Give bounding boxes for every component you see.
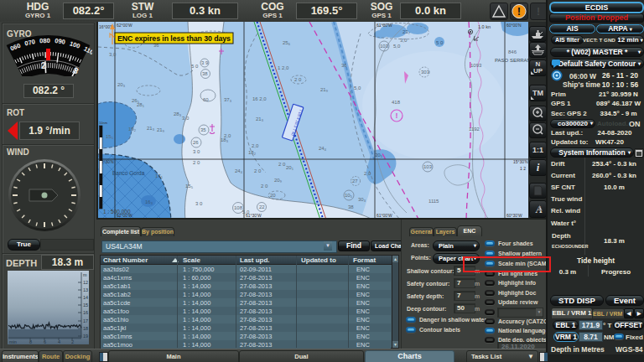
- svg-text:Banco Gorda: Banco Gorda: [112, 170, 145, 176]
- svg-text:60°00'N: 60°00'N: [506, 23, 522, 28]
- svg-text:256: 256: [283, 40, 291, 46]
- svg-text:2: 2: [71, 339, 74, 344]
- svg-text:20: 20: [270, 193, 276, 198]
- svg-text:!: !: [396, 111, 398, 120]
- svg-text:103: 103: [380, 44, 389, 49]
- svg-text:090: 090: [55, 37, 66, 46]
- svg-text:1.0 kn: 1.0 kn: [478, 24, 491, 29]
- svg-text:3,0: 3,0: [109, 52, 117, 57]
- svg-text:182: 182: [248, 150, 257, 156]
- svg-text:080: 080: [39, 37, 50, 44]
- svg-text:4: 4: [58, 339, 60, 344]
- svg-text:17: 17: [83, 318, 88, 323]
- svg-text:155: 155: [185, 184, 194, 189]
- svg-text:35: 35: [200, 127, 206, 132]
- svg-text:5 0: 5 0: [436, 40, 444, 45]
- svg-text:2,0: 2,0: [252, 143, 259, 148]
- svg-text:103: 103: [423, 164, 433, 169]
- svg-text:ENC expires in less than 30 da: ENC expires in less than 30 days: [117, 34, 231, 43]
- svg-text:303: 303: [358, 197, 366, 203]
- svg-text:26: 26: [193, 140, 199, 145]
- svg-text:2 0: 2 0: [193, 160, 200, 165]
- svg-text:12: 12: [83, 280, 88, 285]
- svg-text:1 2: 1 2: [520, 166, 526, 171]
- svg-text:1093: 1093: [470, 63, 482, 68]
- svg-text:13: 13: [83, 287, 88, 292]
- svg-text:283: 283: [174, 111, 182, 117]
- svg-text:15°30'N: 15°30'N: [513, 159, 528, 164]
- svg-text:5,0: 5,0: [242, 209, 250, 215]
- svg-text:1 : 500,000: 1 : 500,000: [103, 209, 131, 215]
- svg-text:209: 209: [274, 178, 283, 184]
- svg-text:1115: 1115: [428, 199, 439, 204]
- svg-text:213: 213: [147, 126, 155, 132]
- svg-text:18: 18: [83, 326, 88, 331]
- svg-text:2,0: 2,0: [364, 171, 371, 176]
- svg-text:5 0: 5 0: [191, 64, 199, 69]
- svg-text:219: 219: [157, 127, 165, 133]
- svg-text:244: 244: [235, 168, 243, 174]
- svg-text:62°00'W: 62°00'W: [117, 23, 132, 28]
- svg-text:163: 163: [145, 199, 153, 205]
- svg-text:16 2,0: 16 2,0: [252, 96, 267, 101]
- svg-text:27: 27: [352, 178, 358, 184]
- svg-text:192: 192: [128, 127, 137, 132]
- svg-text:2 0: 2 0: [278, 162, 286, 167]
- svg-text:213: 213: [256, 116, 264, 122]
- svg-text:203: 203: [117, 82, 126, 88]
- svg-text:PASO SERRAN: PASO SERRAN: [495, 58, 528, 63]
- svg-text:2 0: 2 0: [261, 184, 268, 189]
- svg-text:3,0: 3,0: [400, 38, 408, 43]
- svg-text:3 9: 3 9: [201, 60, 209, 65]
- svg-text:min: min: [9, 339, 17, 344]
- svg-text:8: 8: [29, 339, 32, 344]
- svg-text:171: 171: [155, 173, 164, 179]
- svg-text:219: 219: [320, 87, 329, 93]
- svg-text:6: 6: [44, 339, 46, 344]
- svg-text:38: 38: [202, 71, 208, 76]
- svg-text:3,0: 3,0: [182, 116, 190, 121]
- svg-text:281: 281: [137, 102, 145, 108]
- svg-text:!: !: [517, 5, 521, 18]
- svg-text:373: 373: [224, 97, 232, 103]
- svg-text:244: 244: [319, 146, 327, 152]
- svg-text:303: 303: [421, 70, 430, 75]
- svg-text:5,0: 5,0: [393, 44, 401, 49]
- svg-text:846: 846: [508, 49, 517, 54]
- svg-text:237: 237: [402, 29, 411, 35]
- svg-text:38: 38: [348, 204, 354, 209]
- svg-text:!: !: [537, 6, 540, 18]
- svg-text:3 0: 3 0: [195, 201, 203, 206]
- svg-text:15: 15: [83, 303, 88, 308]
- svg-text:2 0: 2 0: [294, 77, 302, 82]
- svg-text:418: 418: [392, 100, 401, 105]
- svg-text:155: 155: [106, 134, 114, 140]
- svg-text:16: 16: [83, 310, 88, 315]
- svg-text:14: 14: [83, 295, 88, 300]
- svg-text:183: 183: [221, 137, 229, 143]
- svg-text:2 0: 2 0: [254, 168, 262, 173]
- svg-text:205: 205: [375, 153, 383, 158]
- svg-text:201: 201: [286, 165, 294, 171]
- svg-text:36: 36: [341, 63, 347, 68]
- svg-text:22: 22: [259, 204, 265, 209]
- svg-text:1 2,0: 1 2,0: [278, 65, 289, 70]
- svg-text:1192: 1192: [469, 127, 480, 132]
- svg-text:61°00'W: 61°00'W: [377, 23, 392, 28]
- svg-text:m: m: [83, 272, 87, 277]
- svg-text:2: 2: [41, 61, 46, 70]
- svg-text:19: 19: [83, 334, 88, 339]
- svg-text:5,0: 5,0: [354, 85, 361, 90]
- svg-text:3 0: 3 0: [193, 149, 200, 154]
- svg-text:10nm: 10nm: [99, 121, 108, 125]
- svg-text:105: 105: [345, 193, 353, 199]
